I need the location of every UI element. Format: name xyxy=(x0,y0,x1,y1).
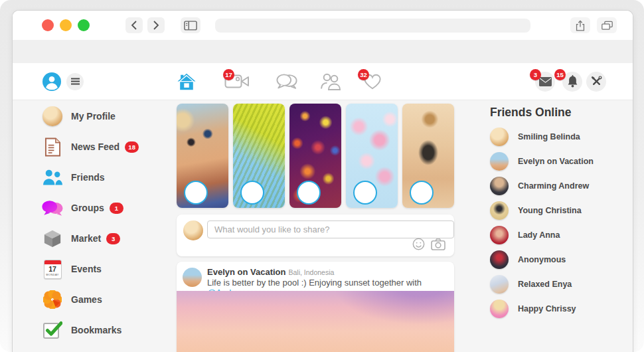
sidebar-nav: My Profile News Feed 18 Friends xyxy=(42,106,175,350)
close-button[interactable] xyxy=(42,19,54,31)
emoji-button[interactable] xyxy=(412,238,425,250)
notification-badge: 3 xyxy=(106,233,120,244)
sidebar-item-my-profile[interactable]: My Profile xyxy=(42,106,175,127)
sidebar-toggle-button[interactable] xyxy=(181,17,201,33)
post-location: Bali, Indonesia xyxy=(289,268,335,276)
story-card[interactable] xyxy=(346,104,398,208)
messages-badge: 3 xyxy=(530,69,541,80)
friends-online-panel: Friends Online Smiling Belinda Evelyn on… xyxy=(490,100,633,324)
news-feed: Evelyn on VacationBali, Indonesia Life i… xyxy=(177,104,454,352)
url-bar[interactable] xyxy=(215,19,530,33)
post-author-avatar[interactable] xyxy=(183,268,202,287)
browser-window: 17 32 3 15 xyxy=(12,10,633,352)
friend-item[interactable]: Lady Anna xyxy=(490,226,633,244)
share-button[interactable] xyxy=(570,17,590,33)
zoom-button[interactable] xyxy=(78,19,90,31)
friend-item[interactable]: Evelyn on Vacation xyxy=(490,152,633,171)
friend-name: Evelyn on Vacation xyxy=(518,157,594,166)
sidebar-item-groups[interactable]: Groups 1 xyxy=(42,197,175,219)
sidebar-item-label: Market xyxy=(71,233,101,244)
hamburger-icon xyxy=(66,73,84,90)
sidebar-item-market[interactable]: Market 3 xyxy=(42,228,175,249)
calendar-icon: 17MONDAY xyxy=(42,258,63,280)
friend-name: Relaxed Enya xyxy=(518,280,572,289)
sidebar-item-events[interactable]: 17MONDAY Events xyxy=(42,258,175,280)
attach-photo-button[interactable] xyxy=(431,238,445,250)
friend-name: Lady Anna xyxy=(518,230,560,240)
sidebar-item-news-feed[interactable]: News Feed 18 xyxy=(42,136,175,157)
likes-badge: 32 xyxy=(358,69,369,80)
share-composer xyxy=(177,215,454,256)
likes-button[interactable] xyxy=(363,63,382,100)
profile-avatar-button[interactable] xyxy=(42,63,61,100)
post-author-name: Evelyn on Vacation xyxy=(207,267,286,277)
mockup-page: 17 32 3 15 xyxy=(0,0,644,352)
friend-avatar xyxy=(490,152,509,171)
share-icon xyxy=(576,20,585,31)
groups-icon xyxy=(42,197,63,219)
friend-avatar xyxy=(490,177,509,195)
messages-button[interactable] xyxy=(535,63,555,100)
news-feed-icon xyxy=(42,136,63,157)
sidebar-item-label: Games xyxy=(71,294,102,305)
story-author-avatar xyxy=(184,181,208,205)
feed-post: Evelyn on VacationBali, Indonesia Life i… xyxy=(177,262,454,352)
tabs-icon xyxy=(602,21,613,31)
forward-button[interactable] xyxy=(147,17,165,33)
bookmarks-check-icon xyxy=(42,319,63,341)
friend-item[interactable]: Smiling Belinda xyxy=(490,128,633,146)
sidebar-item-label: Friends xyxy=(71,172,105,183)
sidebar-item-games[interactable]: Games xyxy=(42,289,175,310)
story-card[interactable] xyxy=(177,104,228,208)
friend-item[interactable]: Anonymous xyxy=(490,250,633,269)
friend-name: Anonymous xyxy=(518,255,566,264)
sidebar-item-label: My Profile xyxy=(71,111,116,122)
friend-item[interactable]: Relaxed Enya xyxy=(490,275,633,294)
chat-bubbles-icon xyxy=(276,73,297,90)
friend-name: Young Christina xyxy=(518,206,582,215)
story-card[interactable] xyxy=(233,104,285,208)
friend-name: Happy Chrissy xyxy=(518,304,576,313)
video-badge: 17 xyxy=(223,69,234,80)
notifications-button[interactable] xyxy=(562,63,582,100)
notification-badge: 1 xyxy=(110,203,123,214)
back-button[interactable] xyxy=(125,17,143,33)
sidebar-item-label: News Feed xyxy=(71,141,120,152)
sidebar-item-friends[interactable]: Friends xyxy=(42,167,175,188)
story-card[interactable] xyxy=(402,104,454,208)
friend-item[interactable]: Happy Chrissy xyxy=(490,300,633,318)
friend-avatar xyxy=(490,201,509,220)
notification-badge: 18 xyxy=(125,141,139,153)
settings-button[interactable] xyxy=(586,63,606,100)
tabs-button[interactable] xyxy=(597,17,617,33)
menu-button[interactable] xyxy=(66,63,84,100)
friends-button[interactable] xyxy=(320,63,341,100)
post-photo xyxy=(177,291,454,352)
home-icon xyxy=(177,72,197,91)
window-content-gap xyxy=(13,40,633,63)
share-input[interactable] xyxy=(207,220,454,238)
home-button[interactable] xyxy=(177,63,197,100)
browser-toolbar xyxy=(13,11,633,40)
sidebar-toggle-icon xyxy=(184,21,197,31)
smiley-icon xyxy=(412,238,425,250)
story-card[interactable] xyxy=(289,104,341,208)
market-cube-icon xyxy=(42,228,63,249)
games-icon xyxy=(42,289,63,310)
friend-item[interactable]: Charming Andrew xyxy=(490,177,633,195)
chat-button[interactable] xyxy=(276,63,297,100)
friend-item[interactable]: Young Christina xyxy=(490,201,633,220)
story-author-avatar xyxy=(297,181,321,205)
friends-online-title: Friends Online xyxy=(490,106,633,120)
sidebar-item-label: Groups xyxy=(71,203,104,213)
sidebar-item-label: Bookmarks xyxy=(71,325,121,335)
sidebar-item-bookmarks[interactable]: Bookmarks xyxy=(42,319,175,341)
friend-avatar xyxy=(490,300,509,318)
minimize-button[interactable] xyxy=(60,19,72,31)
story-author-avatar xyxy=(240,181,264,205)
story-author-avatar xyxy=(353,181,377,205)
traffic-lights xyxy=(42,19,90,31)
chevron-right-icon xyxy=(153,21,159,30)
sidebar-item-label: Events xyxy=(71,264,102,274)
notifications-badge: 15 xyxy=(554,69,566,80)
